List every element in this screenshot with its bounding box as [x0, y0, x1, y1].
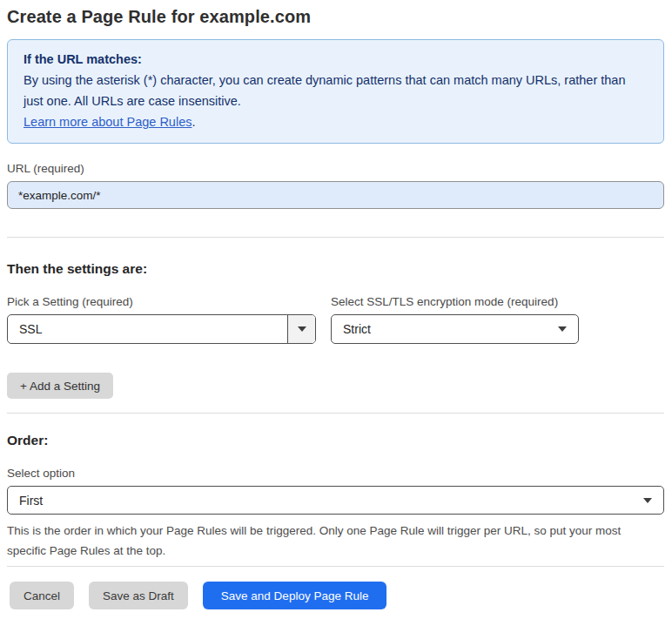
order-help-text: This is the order in which your Page Rul… [7, 521, 662, 561]
info-box-heading: If the URL matches: [24, 49, 648, 70]
order-select-label: Select option [7, 467, 664, 480]
encryption-mode-select[interactable]: Strict [331, 314, 579, 344]
pick-setting-select[interactable]: SSL [7, 314, 316, 344]
learn-more-link[interactable]: Learn more about Page Rules [24, 115, 192, 129]
settings-row: Pick a Setting (required) SSL Select SSL… [7, 277, 664, 344]
order-select-value: First [8, 494, 643, 508]
info-box-link-line: Learn more about Page Rules. [24, 111, 648, 132]
dropdown-arrow-segment [287, 315, 315, 343]
url-field-label: URL (required) [7, 162, 664, 175]
order-select[interactable]: First [7, 486, 664, 515]
caret-down-icon [558, 326, 567, 332]
encryption-mode-field: Select SSL/TLS encryption mode (required… [331, 277, 579, 344]
dropdown-arrow [643, 498, 663, 503]
save-as-draft-button[interactable]: Save as Draft [89, 582, 188, 609]
save-and-deploy-button[interactable]: Save and Deploy Page Rule [203, 582, 387, 609]
caret-down-icon [298, 326, 306, 332]
cancel-button[interactable]: Cancel [10, 582, 74, 609]
pick-setting-field: Pick a Setting (required) SSL [7, 277, 316, 344]
url-match-info-box: If the URL matches: By using the asteris… [7, 39, 664, 144]
pick-setting-label: Pick a Setting (required) [7, 295, 316, 308]
divider [7, 237, 664, 238]
encryption-mode-value: Strict [332, 322, 558, 336]
url-input[interactable] [7, 181, 664, 209]
pick-setting-value: SSL [8, 322, 287, 336]
page-title: Create a Page Rule for example.com [7, 7, 664, 27]
divider [7, 566, 664, 567]
dropdown-arrow [558, 326, 578, 332]
divider [7, 413, 664, 414]
encryption-mode-label: Select SSL/TLS encryption mode (required… [331, 295, 579, 308]
caret-down-icon [643, 498, 652, 503]
order-section-heading: Order: [7, 433, 664, 448]
info-box-body: By using the asterisk (*) character, you… [24, 70, 648, 111]
add-setting-button[interactable]: + Add a Setting [7, 373, 113, 399]
page-rule-form: Create a Page Rule for example.com If th… [0, 0, 672, 609]
link-suffix: . [192, 115, 195, 129]
settings-section-heading: Then the settings are: [7, 261, 664, 277]
footer-actions: Cancel Save as Draft Save and Deploy Pag… [7, 582, 664, 609]
